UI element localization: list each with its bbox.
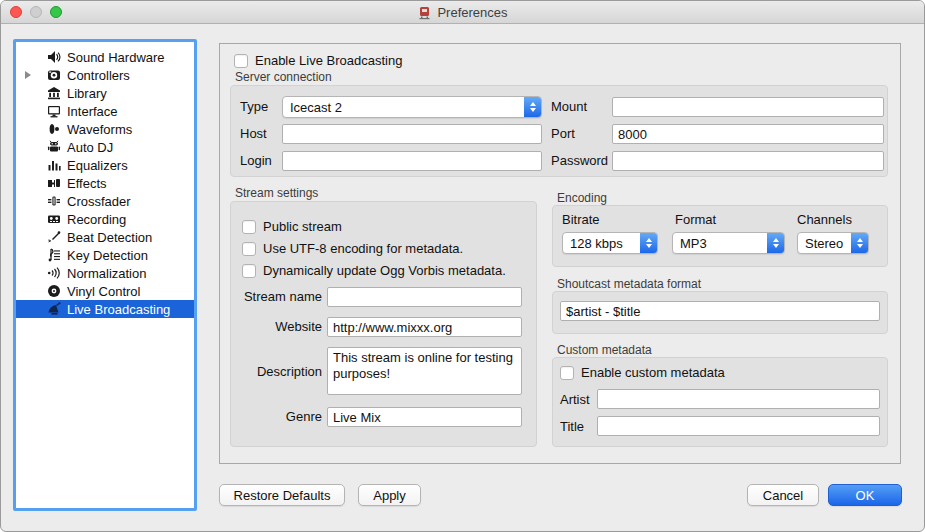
sidebar-item-live-broadcasting[interactable]: Live Broadcasting [16,300,194,318]
port-label: Port [551,126,575,141]
shoutcast-metadata-input[interactable] [560,301,880,321]
website-label: Website [240,319,322,334]
ogg-vorbis-row: Dynamically update Ogg Vorbis metadata. [242,263,506,278]
public-stream-checkbox[interactable] [242,220,256,234]
sidebar-item-label: Sound Hardware [67,50,165,65]
sidebar-item-normalization[interactable]: Normalization [16,264,194,282]
waveform-icon [46,122,61,137]
type-select-value: Icecast 2 [290,100,342,115]
sidebar-item-effects[interactable]: Effects [16,174,194,192]
sidebar-item-label: Vinyl Control [67,284,140,299]
sidebar-item-label: Auto DJ [67,140,113,155]
format-label: Format [675,212,716,227]
utf8-metadata-checkbox[interactable] [242,242,256,256]
password-label: Password [551,153,608,168]
sidebar-item-label: Equalizers [67,158,128,173]
apply-button[interactable]: Apply [358,484,421,506]
preferences-sidebar: Sound Hardware Controllers Library Inter… [13,39,197,511]
public-stream-row: Public stream [242,219,342,234]
bitrate-select-value: 128 kbps [570,236,623,251]
effects-icon [46,176,61,191]
enable-live-broadcasting-checkbox[interactable] [234,54,248,68]
stream-settings-title: Stream settings [235,186,318,200]
sidebar-item-interface[interactable]: Interface [16,102,194,120]
ok-button[interactable]: OK [828,484,902,506]
utf8-metadata-label: Use UTF-8 encoding for metadata. [263,241,463,256]
genre-label: Genre [240,409,322,424]
cancel-button[interactable]: Cancel [747,484,819,506]
clef-icon [46,248,61,263]
sidebar-item-label: Effects [67,176,107,191]
restore-defaults-button[interactable]: Restore Defaults [219,484,345,506]
description-textarea[interactable]: This stream is online for testing purpos… [327,347,522,395]
soundwave-icon [46,266,61,281]
robot-icon [46,140,61,155]
channels-select[interactable]: Stereo [797,232,869,254]
sidebar-item-beat-detection[interactable]: Beat Detection [16,228,194,246]
crossfader-icon [46,194,61,209]
bitrate-select[interactable]: 128 kbps [562,232,658,254]
sidebar-item-sound-hardware[interactable]: Sound Hardware [16,48,194,66]
website-input[interactable] [327,317,522,337]
sidebar-item-label: Live Broadcasting [67,302,170,317]
sidebar-item-label: Crossfader [67,194,131,209]
host-input[interactable] [282,124,542,144]
server-connection-title: Server connection [235,70,332,84]
satellite-dish-icon [46,302,61,317]
sidebar-item-waveforms[interactable]: Waveforms [16,120,194,138]
title-input[interactable] [597,416,880,436]
shoutcast-metadata-title: Shoutcast metadata format [557,277,701,291]
description-label: Description [240,364,322,379]
vinyl-icon [46,284,61,299]
enable-custom-metadata-checkbox[interactable] [560,366,574,380]
speaker-icon [46,50,61,65]
stream-name-label: Stream name [240,289,322,304]
format-select[interactable]: MP3 [672,232,785,254]
stream-name-input[interactable] [327,287,522,307]
title-field-label: Title [560,419,584,434]
preferences-window: Preferences Sound Hardware Controllers L… [0,0,925,532]
channels-label: Channels [797,212,852,227]
sidebar-item-auto-dj[interactable]: Auto DJ [16,138,194,156]
sidebar-item-controllers[interactable]: Controllers [16,66,194,84]
sidebar-item-label: Recording [67,212,126,227]
enable-live-broadcasting-row: Enable Live Broadcasting [234,53,402,68]
wand-icon [46,230,61,245]
channels-select-value: Stereo [805,236,843,251]
port-input[interactable] [612,124,884,144]
custom-metadata-title: Custom metadata [557,343,652,357]
equalizer-bars-icon [46,158,61,173]
title-bar[interactable]: Preferences [1,1,924,24]
enable-live-broadcasting-label: Enable Live Broadcasting [255,53,402,68]
login-input[interactable] [282,151,542,171]
sidebar-item-equalizers[interactable]: Equalizers [16,156,194,174]
sidebar-item-label: Controllers [67,68,130,83]
encoding-title: Encoding [557,191,607,205]
public-stream-label: Public stream [263,219,342,234]
host-label: Host [240,126,267,141]
mount-input[interactable] [612,97,884,117]
sidebar-item-crossfader[interactable]: Crossfader [16,192,194,210]
login-label: Login [240,153,272,168]
enable-custom-metadata-row: Enable custom metadata [560,365,725,380]
sidebar-item-recording[interactable]: Recording [16,210,194,228]
ogg-vorbis-checkbox[interactable] [242,264,256,278]
sidebar-item-key-detection[interactable]: Key Detection [16,246,194,264]
cassette-icon [46,212,61,227]
controller-icon [46,68,61,83]
genre-input[interactable] [327,407,522,427]
sidebar-item-label: Interface [67,104,118,119]
disclosure-triangle-icon[interactable] [25,71,31,79]
sidebar-item-vinyl-control[interactable]: Vinyl Control [16,282,194,300]
artist-label: Artist [560,392,590,407]
window-title: Preferences [437,5,507,20]
password-input[interactable] [612,151,884,171]
sidebar-item-label: Waveforms [67,122,132,137]
stepper-arrows-icon [851,233,868,253]
format-select-value: MP3 [680,236,707,251]
artist-input[interactable] [597,389,880,409]
preferences-app-icon [417,5,432,20]
type-select[interactable]: Icecast 2 [282,96,542,118]
bitrate-label: Bitrate [562,212,600,227]
sidebar-item-library[interactable]: Library [16,84,194,102]
